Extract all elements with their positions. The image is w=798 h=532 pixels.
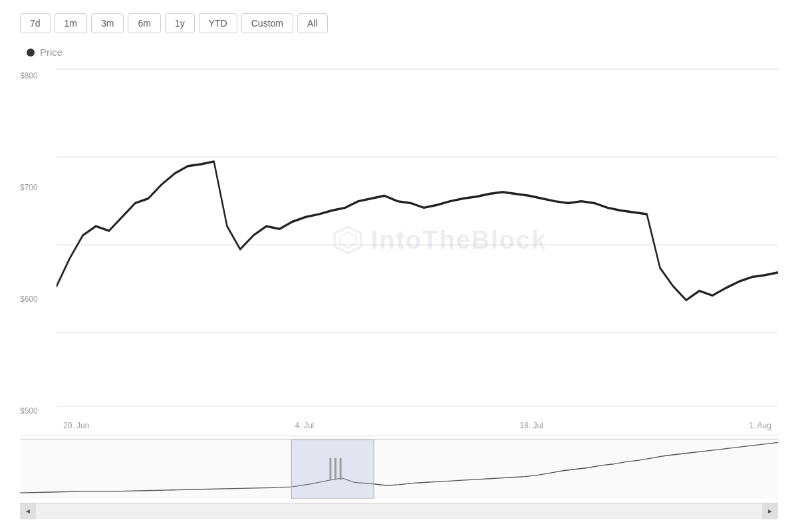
x-label-jul18: 18. Jul	[519, 421, 543, 430]
x-label-jul4: 4. Jul	[295, 421, 315, 430]
main-container: 7d 1m 3m 6m 1y YTD Custom All Price $800…	[0, 0, 798, 532]
mini-chart-svg	[20, 440, 778, 499]
time-filter-bar: 7d 1m 3m 6m 1y YTD Custom All	[20, 13, 778, 33]
scroll-controls: ◄ ►	[20, 503, 778, 519]
filter-custom[interactable]: Custom	[241, 13, 293, 33]
svg-rect-8	[292, 440, 374, 499]
scroll-track[interactable]	[36, 503, 762, 519]
filter-3m[interactable]: 3m	[91, 13, 124, 33]
mini-chart-inner	[20, 440, 778, 499]
x-axis: 20. Jun 4. Jul 18. Jul 1. Aug	[57, 416, 778, 436]
x-labels: 20. Jun 4. Jul 18. Jul 1. Aug	[57, 421, 778, 430]
main-chart: $800 $700 $600 $500 IntoTheBlock	[20, 65, 778, 436]
chart-area: $800 $700 $600 $500 IntoTheBlock	[20, 65, 778, 519]
filter-1m[interactable]: 1m	[55, 13, 87, 33]
svg-rect-11	[340, 458, 342, 480]
x-label-aug1: 1. Aug	[749, 421, 771, 430]
y-label-500: $500	[20, 406, 57, 416]
y-label-700: $700	[20, 183, 57, 192]
svg-rect-10	[334, 458, 336, 480]
svg-rect-9	[330, 458, 332, 480]
filter-6m[interactable]: 6m	[128, 13, 160, 33]
chart-svg-container: IntoTheBlock	[57, 65, 778, 416]
y-label-600: $600	[20, 295, 57, 304]
svg-rect-7	[20, 440, 778, 499]
chart-legend: Price	[20, 47, 778, 58]
price-chart-svg	[57, 65, 778, 416]
filter-ytd[interactable]: YTD	[199, 13, 237, 33]
y-axis: $800 $700 $600 $500	[20, 65, 57, 436]
scroll-right-button[interactable]: ►	[762, 503, 778, 519]
filter-all[interactable]: All	[297, 13, 328, 33]
price-legend-label: Price	[40, 47, 63, 58]
scroll-left-button[interactable]: ◄	[20, 503, 36, 519]
filter-1y[interactable]: 1y	[165, 13, 195, 33]
y-label-800: $800	[20, 71, 57, 80]
price-legend-dot	[27, 49, 35, 57]
filter-7d[interactable]: 7d	[20, 13, 51, 33]
mini-chart-container: 2015 2020 ◄ ►	[20, 439, 778, 519]
x-label-jun20: 20. Jun	[63, 421, 89, 430]
